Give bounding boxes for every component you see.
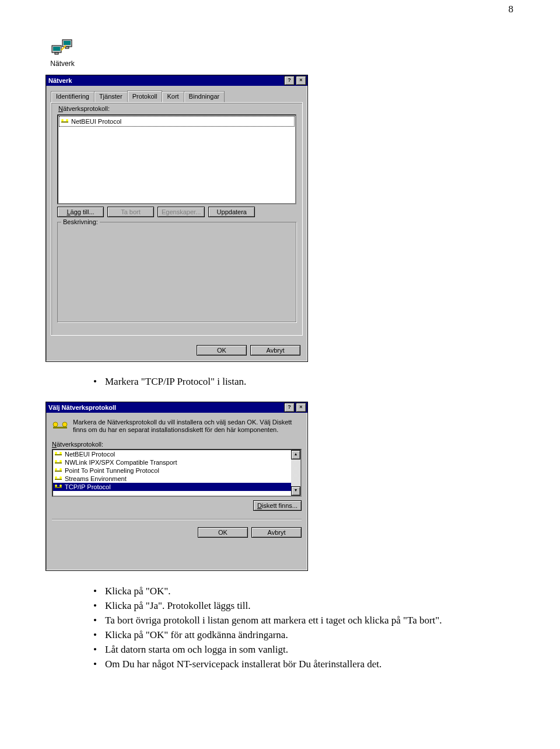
svg-point-17 (55, 460, 57, 462)
svg-point-8 (61, 119, 64, 121)
list-item[interactable]: Point To Point Tunneling Protocol (53, 466, 291, 475)
svg-rect-5 (65, 47, 69, 48)
svg-point-12 (62, 422, 67, 427)
bullet-item: Klicka på "Ja". Protokollet läggs till. (93, 600, 560, 613)
list-item[interactable]: Streams Environment (53, 475, 291, 483)
instruction-row: Markera de Nätverksprotokoll du vill ins… (52, 419, 302, 435)
svg-point-26 (55, 485, 57, 487)
dialog-buttons: OK Avbryt (197, 345, 300, 356)
svg-rect-13 (55, 454, 62, 455)
have-disk-button[interactable]: Diskett finns... (253, 500, 302, 511)
update-button[interactable]: Uppdatera (208, 207, 255, 217)
svg-rect-1 (53, 47, 60, 51)
instruction-mid: Markera "TCP/IP Protocol" i listan. (93, 376, 560, 388)
bullet-item: Markera "TCP/IP Protocol" i listan. (93, 376, 560, 388)
list-item[interactable]: NetBEUI Protocol (53, 450, 291, 458)
protocol-icon (52, 419, 68, 435)
description-label: Beskrivning: (61, 218, 100, 225)
divider (52, 519, 302, 520)
select-protocol-dialog: Välj Nätverksprotokoll ? × Markera de Nä… (46, 402, 308, 571)
properties-button[interactable]: Egenskaper... (158, 207, 205, 217)
list-item[interactable]: NWLink IPX/SPX Compatible Transport (53, 458, 291, 466)
scroll-up-icon[interactable]: ▴ (291, 450, 300, 459)
desktop-icon-label: Nätverk (46, 60, 79, 68)
svg-point-24 (60, 476, 62, 479)
dialog-body: Markera de Nätverksprotokoll du vill ins… (46, 413, 307, 575)
svg-rect-2 (55, 53, 58, 54)
tab-tjanster[interactable]: Tjänster (94, 91, 128, 103)
tab-bindningar[interactable]: Bindningar (184, 91, 225, 103)
bullet-item: Klicka på "OK". (93, 585, 560, 598)
svg-rect-7 (61, 121, 68, 123)
svg-rect-25 (55, 487, 62, 488)
bullet-item: Om Du har något NT-servicepack installer… (93, 658, 560, 671)
ok-button[interactable]: OK (197, 345, 247, 356)
page-number: 8 (0, 0, 560, 15)
network-dialog: Nätverk ? × Identifiering Tjänster Proto… (46, 75, 308, 362)
protocol-icon (61, 117, 69, 126)
instruction-list: Klicka på "OK". Klicka på "Ja". Protokol… (93, 585, 560, 671)
tab-kort[interactable]: Kort (162, 91, 184, 103)
protocol-list-label: Nätverksprotokoll: (58, 105, 110, 112)
network-icon (51, 39, 74, 58)
list-item-label: NetBEUI Protocol (71, 118, 121, 125)
bullet-item: Låt datorn starta om och logga in som va… (93, 643, 560, 657)
svg-point-9 (66, 119, 68, 121)
list-item[interactable]: NetBEUI Protocol (59, 116, 295, 127)
help-button[interactable]: ? (284, 76, 295, 85)
description-group: Beskrivning: (57, 222, 296, 322)
svg-point-18 (60, 460, 62, 462)
svg-point-23 (55, 476, 57, 479)
cancel-button[interactable]: Avbryt (250, 345, 300, 356)
protocol-icon (54, 483, 62, 491)
cancel-button[interactable]: Avbryt (251, 527, 302, 538)
bullet-item: Ta bort övriga protokoll i listan genom … (93, 614, 560, 628)
tab-protokoll[interactable]: Protokoll (127, 90, 163, 102)
list-item-selected[interactable]: TCP/IP Protocol (53, 483, 291, 491)
list-item-label: Streams Environment (65, 475, 127, 482)
help-button[interactable]: ? (284, 403, 295, 412)
protocol-listbox[interactable]: NetBEUI Protocol NWLink IPX/SPX Compatib… (52, 449, 302, 497)
svg-point-15 (60, 452, 62, 454)
dialog-buttons: OK Avbryt (198, 527, 302, 538)
remove-button[interactable]: Ta bort (107, 207, 154, 217)
instruction-text: Markera de Nätverksprotokoll du vill ins… (73, 419, 302, 435)
add-button[interactable]: Lägg till... (57, 207, 104, 217)
list-item-label: TCP/IP Protocol (65, 483, 111, 490)
tabstrip: Identifiering Tjänster Protokoll Kort Bi… (46, 86, 307, 102)
svg-point-11 (53, 422, 58, 427)
tab-panel: Nätverksprotokoll: NetBEUI Protocol Lägg… (51, 102, 303, 336)
svg-rect-4 (64, 41, 71, 45)
dialog-title: Nätverk (48, 75, 283, 86)
button-row: Lägg till... Ta bort Egenskaper... Uppda… (57, 207, 255, 217)
protocol-icon (54, 450, 62, 458)
protocol-listbox[interactable]: NetBEUI Protocol (57, 114, 296, 204)
desktop-network-icon: Nätverk (46, 39, 79, 68)
protocol-icon (54, 475, 62, 483)
svg-point-21 (60, 468, 62, 471)
list-item-label: NWLink IPX/SPX Compatible Transport (65, 459, 177, 466)
close-button[interactable]: × (296, 76, 306, 85)
scrollbar[interactable]: ▴ ▾ (291, 450, 300, 496)
titlebar[interactable]: Nätverk ? × (46, 75, 307, 86)
protocol-icon (54, 458, 62, 466)
list-item-label: Point To Point Tunneling Protocol (65, 467, 159, 474)
protocol-icon (54, 466, 62, 475)
svg-rect-16 (55, 462, 62, 464)
svg-point-14 (55, 452, 57, 454)
scroll-down-icon[interactable]: ▾ (291, 486, 300, 496)
svg-rect-22 (55, 479, 62, 480)
scroll-track[interactable] (291, 459, 300, 486)
tab-identifiering[interactable]: Identifiering (51, 91, 94, 103)
svg-rect-19 (55, 471, 62, 472)
titlebar[interactable]: Välj Nätverksprotokoll ? × (46, 402, 307, 413)
dialog-title: Välj Nätverksprotokoll (48, 402, 283, 413)
bullet-item: Klicka på "OK" för att godkänna ändringa… (93, 629, 560, 642)
svg-point-20 (55, 468, 57, 471)
svg-point-27 (60, 485, 62, 487)
list-item-label: NetBEUI Protocol (65, 451, 115, 458)
close-button[interactable]: × (296, 403, 306, 412)
protocol-list-label: Nätverksprotokoll: (52, 441, 302, 448)
ok-button[interactable]: OK (198, 527, 248, 538)
